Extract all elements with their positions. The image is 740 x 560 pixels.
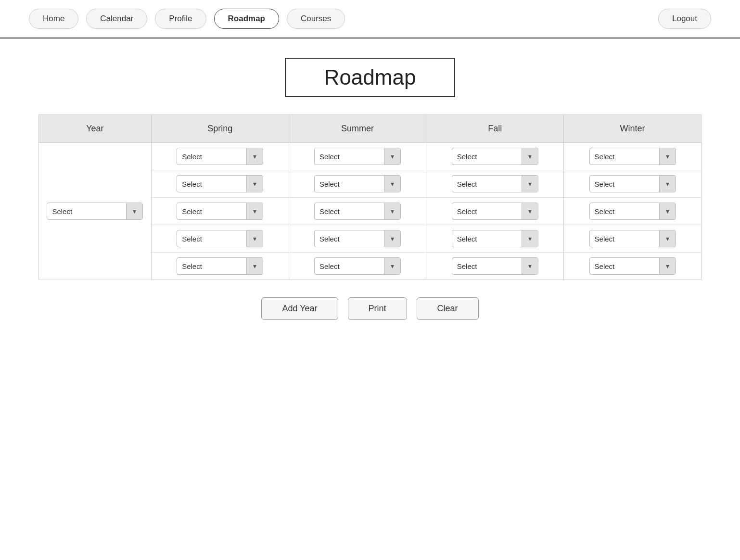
spring-arrow-icon-5 [246, 258, 263, 274]
summer-arrow-icon-3 [384, 203, 400, 219]
winter-cell-4: Select [564, 225, 702, 253]
summer-select-wrapper-2[interactable]: Select [314, 175, 401, 192]
summer-select-1[interactable]: Select [315, 153, 384, 161]
spring-cell-4: Select [151, 225, 289, 253]
year-select-wrapper[interactable]: Select [47, 203, 143, 220]
spring-arrow-icon-2 [246, 176, 263, 192]
winter-arrow-icon-2 [659, 176, 676, 192]
summer-select-wrapper-4[interactable]: Select [314, 230, 401, 247]
winter-select-1[interactable]: Select [590, 153, 659, 161]
table-row: Select Select [39, 143, 702, 170]
summer-cell-3: Select [289, 198, 426, 225]
fall-cell-5: Select [426, 253, 564, 280]
winter-arrow-icon-1 [659, 148, 676, 165]
summer-select-4[interactable]: Select [315, 235, 384, 243]
fall-select-4[interactable]: Select [452, 235, 522, 243]
nav-home[interactable]: Home [29, 9, 78, 29]
clear-button[interactable]: Clear [417, 297, 479, 320]
fall-arrow-icon-2 [522, 176, 538, 192]
summer-cell-2: Select [289, 170, 426, 198]
fall-select-3[interactable]: Select [452, 207, 522, 216]
year-select-arrow-icon [126, 203, 142, 219]
summer-select-2[interactable]: Select [315, 180, 384, 188]
fall-select-wrapper-3[interactable]: Select [452, 203, 538, 220]
winter-select-wrapper-4[interactable]: Select [589, 230, 676, 247]
table-header-row: Year Spring Summer Fall Winter [39, 115, 702, 143]
winter-select-4[interactable]: Select [590, 235, 659, 243]
fall-select-wrapper-2[interactable]: Select [452, 175, 538, 192]
page-title-box: Roadmap [285, 58, 456, 97]
fall-select-wrapper-4[interactable]: Select [452, 230, 538, 247]
nav-left: Home Calendar Profile Roadmap Courses [29, 9, 651, 29]
fall-select-2[interactable]: Select [452, 180, 522, 188]
winter-cell-2: Select [564, 170, 702, 198]
summer-arrow-icon-5 [384, 258, 400, 274]
add-year-button[interactable]: Add Year [261, 297, 338, 320]
winter-select-5[interactable]: Select [590, 262, 659, 270]
header-spring: Spring [151, 115, 289, 143]
spring-select-wrapper-2[interactable]: Select [177, 175, 263, 192]
fall-arrow-icon-3 [522, 203, 538, 219]
fall-select-1[interactable]: Select [452, 153, 522, 161]
roadmap-table: Year Spring Summer Fall Winter Select [38, 115, 702, 280]
print-button[interactable]: Print [348, 297, 407, 320]
spring-cell-3: Select [151, 198, 289, 225]
header-summer: Summer [289, 115, 426, 143]
winter-arrow-icon-3 [659, 203, 676, 219]
summer-cell-1: Select [289, 143, 426, 170]
spring-select-2[interactable]: Select [177, 180, 246, 188]
fall-select-5[interactable]: Select [452, 262, 522, 270]
spring-select-1[interactable]: Select [177, 153, 246, 161]
fall-cell-1: Select [426, 143, 564, 170]
header-fall: Fall [426, 115, 564, 143]
fall-select-wrapper-5[interactable]: Select [452, 257, 538, 275]
spring-select-wrapper-4[interactable]: Select [177, 230, 263, 247]
spring-select-3[interactable]: Select [177, 207, 246, 216]
summer-cell-5: Select [289, 253, 426, 280]
fall-cell-2: Select [426, 170, 564, 198]
winter-cell-3: Select [564, 198, 702, 225]
summer-arrow-icon-4 [384, 230, 400, 247]
spring-select-wrapper-1[interactable]: Select [177, 148, 263, 165]
winter-select-3[interactable]: Select [590, 207, 659, 216]
fall-select-wrapper-1[interactable]: Select [452, 148, 538, 165]
winter-select-wrapper-3[interactable]: Select [589, 203, 676, 220]
summer-select-wrapper-1[interactable]: Select [314, 148, 401, 165]
nav-calendar[interactable]: Calendar [86, 9, 147, 29]
year-select-cell: Select [39, 143, 152, 280]
spring-cell-1: Select [151, 143, 289, 170]
fall-arrow-icon-4 [522, 230, 538, 247]
fall-cell-4: Select [426, 225, 564, 253]
winter-select-2[interactable]: Select [590, 180, 659, 188]
summer-arrow-icon-2 [384, 176, 400, 192]
summer-arrow-icon-1 [384, 148, 400, 165]
nav-courses[interactable]: Courses [287, 9, 345, 29]
action-buttons: Add Year Print Clear [261, 297, 478, 320]
nav-logout[interactable]: Logout [658, 9, 711, 29]
summer-select-wrapper-5[interactable]: Select [314, 257, 401, 275]
winter-cell-5: Select [564, 253, 702, 280]
summer-cell-4: Select [289, 225, 426, 253]
spring-arrow-icon-1 [246, 148, 263, 165]
summer-select-wrapper-3[interactable]: Select [314, 203, 401, 220]
spring-cell-2: Select [151, 170, 289, 198]
summer-select-5[interactable]: Select [315, 262, 384, 270]
nav-roadmap[interactable]: Roadmap [214, 9, 279, 29]
fall-arrow-icon-1 [522, 148, 538, 165]
summer-select-3[interactable]: Select [315, 207, 384, 216]
spring-arrow-icon-3 [246, 203, 263, 219]
winter-select-wrapper-1[interactable]: Select [589, 148, 676, 165]
year-select[interactable]: Select [47, 207, 126, 216]
spring-select-wrapper-5[interactable]: Select [177, 257, 263, 275]
fall-cell-3: Select [426, 198, 564, 225]
nav-profile[interactable]: Profile [155, 9, 206, 29]
spring-select-wrapper-3[interactable]: Select [177, 203, 263, 220]
winter-select-wrapper-5[interactable]: Select [589, 257, 676, 275]
spring-cell-5: Select [151, 253, 289, 280]
winter-select-wrapper-2[interactable]: Select [589, 175, 676, 192]
fall-arrow-icon-5 [522, 258, 538, 274]
spring-select-4[interactable]: Select [177, 235, 246, 243]
winter-cell-1: Select [564, 143, 702, 170]
winter-arrow-icon-5 [659, 258, 676, 274]
spring-select-5[interactable]: Select [177, 262, 246, 270]
